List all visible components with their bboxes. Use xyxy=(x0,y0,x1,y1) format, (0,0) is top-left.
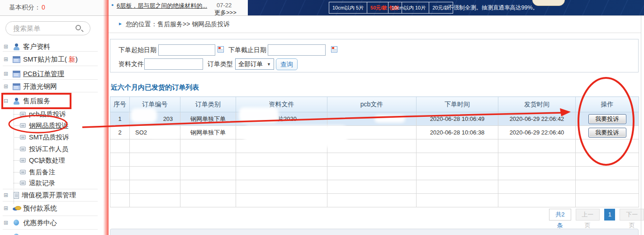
col-ship-time: 发货时间 xyxy=(498,97,576,112)
submenu-label: QC缺数处理 xyxy=(29,156,65,165)
total-count: 共2条 xyxy=(549,209,571,221)
col-seq: 序号 xyxy=(110,97,130,112)
sidebar-item-label: SMT贴片加工( 新) xyxy=(23,55,78,64)
file-input[interactable] xyxy=(144,58,203,70)
promo-offer-2: 10cm以内 10片 20元/款 xyxy=(388,2,453,14)
col-pcb-file: pcb文件 xyxy=(327,97,417,112)
search-icon[interactable] xyxy=(76,25,81,30)
tree-stub xyxy=(14,172,20,173)
cell-order-time: 2020-06-28 10:06:49 xyxy=(417,112,498,126)
expand-icon[interactable]: ⊞ xyxy=(4,206,9,211)
sidebar-content-divider xyxy=(103,0,109,235)
submenu-item-after-sales-notes[interactable]: 售后备注 xyxy=(20,167,103,177)
form-icon xyxy=(20,123,26,128)
calendar-icon[interactable] xyxy=(218,46,224,53)
banner-cta-button[interactable] xyxy=(532,0,565,6)
prev-page-button[interactable]: 上一页 xyxy=(576,209,600,221)
breadcrumb: ▸ 您的位置：售后服务>> 钢网品质投诉 xyxy=(109,16,641,33)
divider xyxy=(3,201,98,201)
cell-category: 钢网单独下单 xyxy=(180,112,236,126)
tree-stub xyxy=(14,114,20,115)
order-type-select[interactable]: 全部订单 ▼ xyxy=(235,58,274,70)
table-header-row: 序号 订单编号 订单类别 资料文件 pcb文件 下单时间 发货时间 操作 xyxy=(110,97,639,112)
submenu-item-qc-shortage[interactable]: QC缺数处理 xyxy=(20,155,103,165)
sidebar-item-smt[interactable]: ⊞ SMT贴片加工( 新) xyxy=(0,54,103,65)
expand-icon[interactable]: ⊞ xyxy=(4,44,9,49)
table-row: 2 SO2 钢网单独下单 2020-06-28 10:06:38 2020-06… xyxy=(110,126,639,139)
calendar-icon[interactable] xyxy=(331,46,337,53)
cell-action: 我要投诉 xyxy=(576,126,639,139)
cell-file xyxy=(236,126,327,139)
form-icon xyxy=(20,170,26,174)
submenu-item-complaint-staff[interactable]: 投诉工作人员 xyxy=(20,144,103,154)
breadcrumb-text: 您的位置：售后服务>> 钢网品质投诉 xyxy=(126,20,230,29)
coupon-icon xyxy=(13,220,20,226)
sidebar-item-customer-info[interactable]: ⊞ 客户资料 xyxy=(0,41,103,52)
sidebar-item-label: 开激光钢网 xyxy=(23,82,57,91)
filter-panel: 下单起始日期： 下单截止日期： 资料文件： 订单类型： 全部订单 ▼ 查询 xyxy=(110,39,639,72)
submenu-label: 退款记录 xyxy=(29,179,55,187)
chevron-down-icon: ▼ xyxy=(267,62,271,67)
col-action: 操作 xyxy=(576,97,639,112)
invoice-icon xyxy=(14,192,19,199)
next-page-button[interactable]: 下一页 xyxy=(620,209,644,221)
news-link[interactable]: 6层板，层与层之间的绝缘材料的... xyxy=(117,2,207,10)
sidebar-item-after-sales[interactable]: ⊟ 售后服务 xyxy=(0,96,103,106)
promo-slogan: 不强制全测。抽测直通率高达99%。 xyxy=(448,4,538,12)
cell-seq: 1 xyxy=(110,112,130,126)
coins-icon xyxy=(13,205,20,212)
after-sales-icon xyxy=(13,98,20,105)
cell-ship-time: 2020-06-29 22:06:42 xyxy=(498,112,576,126)
expand-icon[interactable]: ⊞ xyxy=(4,71,9,77)
cell-pcb-file xyxy=(327,126,417,139)
divider xyxy=(3,79,98,80)
submenu-item-smt-complaint[interactable]: SMT品质投诉 xyxy=(20,132,103,142)
divider xyxy=(3,229,98,230)
submenu-label: SMT品质投诉 xyxy=(29,133,69,142)
empty-row xyxy=(110,167,639,180)
sidebar-item-label: 售后服务 xyxy=(23,97,50,106)
expand-icon[interactable]: ⊞ xyxy=(4,220,9,225)
next-section-panel xyxy=(110,229,639,235)
col-order-no: 订单编号 xyxy=(130,97,180,112)
topbar: 基本积分：0 ● 6层板，层与层之间的绝缘材料的... 07-22 更多>>> xyxy=(0,0,248,15)
collapse-icon[interactable]: ⊟ xyxy=(4,98,9,104)
submenu-item-refund-records[interactable]: 退款记录 xyxy=(20,178,103,188)
sidebar-item-pcb-orders[interactable]: ⊞ PCB订单管理 xyxy=(0,68,103,79)
submenu-item-pcb-complaint[interactable]: pcb品质投诉 xyxy=(20,109,103,119)
expand-icon[interactable]: ⊞ xyxy=(4,57,9,62)
complain-button[interactable]: 我要投诉 xyxy=(588,128,626,138)
sidebar-item-vat-invoice[interactable]: ⊞ 增值税票开票管理 xyxy=(0,190,103,201)
submenu-item-stencil-complaint[interactable]: 钢网品质投诉 xyxy=(20,120,103,130)
sidebar-item-laser-stencil[interactable]: ⊞ 开激光钢网 xyxy=(0,81,103,92)
current-page-button[interactable]: 1 xyxy=(604,209,615,221)
end-date-input[interactable] xyxy=(268,44,326,56)
cell-pcb-file xyxy=(327,112,417,126)
expand-icon[interactable]: ⊞ xyxy=(4,192,9,198)
search-input[interactable] xyxy=(13,22,76,35)
empty-row xyxy=(110,139,639,153)
start-date-input[interactable] xyxy=(158,44,215,56)
query-button[interactable]: 查询 xyxy=(276,58,298,70)
sidebar-item-prepayment[interactable]: ⊞ 预付款系统 xyxy=(0,203,103,214)
sidebar-item-label: 增值税票开票管理 xyxy=(22,191,76,200)
cell-order-time: 2020-06-28 10:06:38 xyxy=(417,126,498,139)
points-label: 基本积分： xyxy=(9,4,41,11)
customer-icon xyxy=(13,43,20,50)
news-bullet-icon: ● xyxy=(111,3,114,7)
sidebar-item-label: 优惠券中心 xyxy=(23,219,57,227)
sidebar-item-partial[interactable]: ⊞ xyxy=(0,231,103,235)
order-list-title: 近六个月内已发货的订单列表 xyxy=(111,83,199,92)
sidebar-item-coupon-center[interactable]: ⊞ 优惠券中心 xyxy=(0,217,103,228)
divider xyxy=(3,51,98,52)
expand-icon[interactable]: ⊞ xyxy=(4,84,9,89)
points-summary: 基本积分：0 xyxy=(9,4,45,12)
pcb-icon xyxy=(13,71,20,77)
stencil-icon xyxy=(13,83,20,90)
clipped-icon xyxy=(13,234,20,235)
submenu-label: 钢网品质投诉 xyxy=(29,121,68,130)
start-date-label: 下单起始日期： xyxy=(118,46,163,54)
complain-button[interactable]: 我要投诉 xyxy=(588,114,626,124)
form-icon xyxy=(20,135,26,139)
sidebar-item-label: 预付款系统 xyxy=(23,204,57,213)
